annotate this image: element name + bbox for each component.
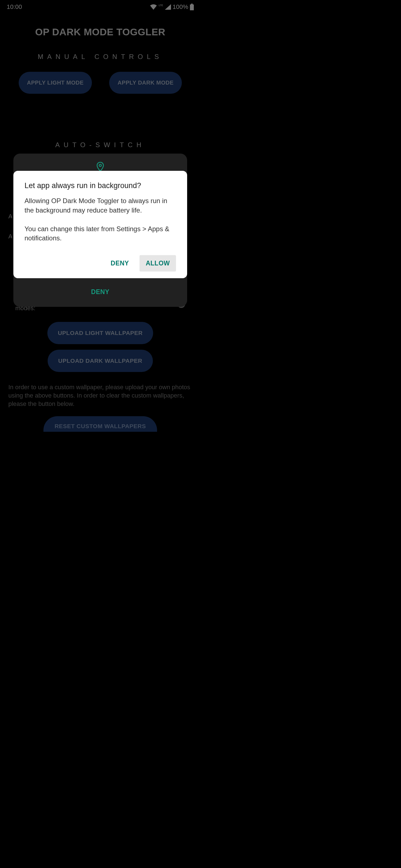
dialog-allow-button[interactable]: ALLOW	[140, 255, 176, 272]
outer-deny-button[interactable]: DENY	[19, 288, 181, 296]
background-run-dialog: Let app always run in background? Allowi…	[13, 171, 187, 278]
dialog-body: Allowing OP Dark Mode Toggler to always …	[25, 196, 176, 243]
dialog-title: Let app always run in background?	[25, 181, 176, 190]
location-pin-icon	[96, 162, 104, 172]
svg-point-2	[99, 164, 102, 167]
dialog-deny-button[interactable]: DENY	[105, 255, 135, 272]
dialog-actions: DENY ALLOW	[25, 255, 176, 272]
